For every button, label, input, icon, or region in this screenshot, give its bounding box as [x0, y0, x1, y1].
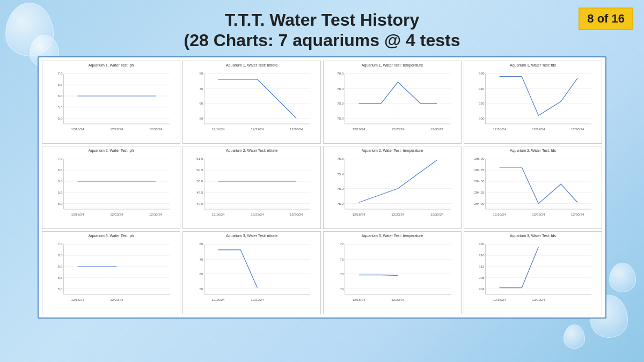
svg-text:304: 304: [479, 286, 485, 290]
svg-text:77: 77: [340, 242, 344, 246]
svg-text:12/23/24: 12/23/24: [391, 298, 405, 301]
chart-svg-aq2-temp: 75.5 75.4 75.3 75.2 12/16/24 12/23/24 12…: [326, 153, 459, 223]
chart-aq3-ph: Aquarium 3, Water Test: ph 7.0 6.5 6.0 5…: [42, 231, 180, 314]
svg-text:12/23/24: 12/23/24: [532, 298, 545, 301]
svg-text:60: 60: [200, 271, 203, 275]
svg-text:12/16/24: 12/16/24: [493, 127, 506, 131]
svg-text:5.5: 5.5: [58, 276, 63, 279]
page-counter: 8 of 16: [579, 8, 633, 30]
chart-svg-aq3-tds: 320 316 312 308 304 12/16/24 12/23/24: [466, 239, 599, 308]
svg-text:6.5: 6.5: [58, 168, 63, 172]
svg-text:12/16/24: 12/16/24: [211, 298, 225, 301]
svg-text:12/30/24: 12/30/24: [149, 127, 163, 131]
svg-text:75.5: 75.5: [337, 157, 344, 160]
chart-aq1-ph: Aquarium 1, Water Test: ph 7.0 6.5 6.0: [42, 61, 180, 144]
svg-text:12/16/24: 12/16/24: [71, 298, 84, 301]
svg-text:12/16/24: 12/16/24: [71, 212, 84, 216]
svg-text:6.5: 6.5: [58, 83, 63, 86]
svg-text:50.0: 50.0: [196, 179, 203, 183]
svg-text:12/23/24: 12/23/24: [110, 127, 123, 131]
svg-text:340: 340: [479, 86, 485, 90]
svg-text:49.5: 49.5: [196, 190, 203, 194]
chart-aq2-temperature: Aquarium 2, Water Test: temperature 75.5…: [323, 146, 462, 229]
chart-aq1-tds: Aquarium 1, Water Test: tds 360 340 320 …: [464, 61, 602, 144]
svg-text:285.00: 285.00: [474, 157, 485, 160]
svg-text:300: 300: [479, 116, 485, 120]
svg-text:12/23/24: 12/23/24: [532, 212, 545, 216]
svg-text:5.0: 5.0: [58, 286, 63, 290]
svg-text:76.5: 76.5: [337, 71, 344, 75]
svg-text:70: 70: [200, 86, 203, 90]
svg-text:12/16/24: 12/16/24: [493, 298, 506, 301]
svg-text:12/16/24: 12/16/24: [71, 127, 84, 131]
droplet-4: [609, 263, 636, 292]
svg-text:12/23/24: 12/23/24: [251, 212, 264, 216]
svg-text:50.5: 50.5: [196, 168, 203, 172]
svg-text:76.0: 76.0: [337, 86, 344, 90]
svg-text:6.0: 6.0: [58, 264, 63, 268]
svg-text:7.0: 7.0: [58, 242, 63, 246]
svg-text:312: 312: [479, 264, 485, 268]
svg-text:12/23/24: 12/23/24: [251, 127, 264, 131]
svg-text:51.0: 51.0: [196, 157, 203, 160]
chart-aq3-temperature: Aquarium 3, Water Test: temperature 77 7…: [323, 231, 462, 314]
chart-svg-aq1-nitrate: 80 70 60 50 12/16/24 12/23/24 12/30/24: [185, 68, 318, 138]
svg-text:12/30/24: 12/30/24: [430, 212, 444, 216]
svg-text:12/30/24: 12/30/24: [571, 127, 584, 131]
svg-text:12/23/24: 12/23/24: [251, 298, 264, 301]
svg-text:75.4: 75.4: [337, 172, 344, 175]
page-title: T.T.T. Water Test History (28 Charts: 7 …: [0, 10, 644, 51]
chart-aq1-nitrate: Aquarium 1, Water Test: nitrate 80 70 60…: [182, 61, 321, 144]
svg-text:75.5: 75.5: [337, 101, 344, 105]
chart-aq3-tds: Aquarium 3, Water Test: tds 320 316 312 …: [464, 231, 602, 314]
chart-svg-aq1-temp: 76.5 76.0 75.5 75.0 12/16/24 12/23/24 12…: [326, 68, 459, 138]
chart-svg-aq3-nitrate: 80 70 60 50 12/16/24 12/23/24: [185, 239, 318, 308]
svg-text:12/16/24: 12/16/24: [211, 127, 225, 131]
charts-container: Aquarium 1, Water Test: ph 7.0 6.5 6.0: [38, 56, 606, 319]
svg-text:284.00: 284.00: [474, 201, 485, 205]
chart-svg-aq2-nitrate: 51.0 50.5 50.0 49.5 49.0 12/16/24 12/23/…: [185, 153, 318, 223]
svg-text:12/30/24: 12/30/24: [290, 127, 303, 131]
chart-svg-aq2-ph: 7.0 6.5 6.0 5.5 5.0 12/16/24 12/23/24 12…: [45, 153, 178, 223]
chart-svg-aq2-tds: 285.00 284.75 284.50 284.25 284.00 12/16…: [466, 153, 599, 223]
chart-aq2-ph: Aquarium 2, Water Test: ph 7.0 6.5 6.0 5…: [42, 146, 180, 229]
svg-text:76: 76: [340, 257, 344, 261]
svg-text:12/30/24: 12/30/24: [571, 212, 584, 216]
svg-text:12/16/24: 12/16/24: [352, 127, 365, 131]
chart-aq2-tds: Aquarium 2, Water Test: tds 285.00 284.7…: [464, 146, 602, 229]
svg-text:49.0: 49.0: [196, 201, 203, 205]
droplet-5: [564, 324, 585, 349]
svg-text:6.5: 6.5: [58, 253, 63, 257]
chart-aq2-nitrate: Aquarium 2, Water Test: nitrate 51.0 50.…: [182, 146, 321, 229]
svg-text:12/23/24: 12/23/24: [391, 127, 405, 131]
svg-text:75.2: 75.2: [337, 201, 344, 205]
svg-text:70: 70: [200, 257, 203, 261]
charts-grid: Aquarium 1, Water Test: ph 7.0 6.5 6.0: [42, 61, 602, 314]
svg-text:74: 74: [340, 286, 344, 290]
svg-text:80: 80: [200, 242, 203, 246]
svg-text:12/30/24: 12/30/24: [430, 127, 444, 131]
svg-text:320: 320: [479, 101, 485, 105]
svg-text:75.0: 75.0: [337, 116, 344, 120]
svg-text:12/16/24: 12/16/24: [352, 298, 365, 301]
title-area: T.T.T. Water Test History (28 Charts: 7 …: [0, 0, 644, 56]
svg-text:75.3: 75.3: [337, 186, 344, 190]
chart-svg-aq1-tds: 360 340 320 300 12/16/24 12/23/24 12/30/…: [466, 68, 599, 138]
svg-text:75: 75: [340, 271, 344, 275]
svg-text:284.50: 284.50: [474, 179, 485, 183]
svg-text:12/30/24: 12/30/24: [149, 212, 163, 216]
svg-text:7.0: 7.0: [58, 71, 63, 75]
svg-text:50: 50: [200, 116, 203, 120]
svg-text:12/16/24: 12/16/24: [493, 212, 506, 216]
chart-aq1-temperature: Aquarium 1, Water Test: temperature 76.5…: [323, 61, 462, 144]
svg-text:12/23/24: 12/23/24: [391, 212, 405, 216]
svg-text:12/23/24: 12/23/24: [110, 212, 123, 216]
svg-text:284.25: 284.25: [474, 190, 485, 194]
svg-text:308: 308: [479, 276, 485, 279]
chart-svg-aq3-ph: 7.0 6.5 6.0 5.5 5.0 12/16/24 12/23/24: [45, 239, 178, 308]
svg-text:6.0: 6.0: [58, 94, 63, 98]
chart-aq3-nitrate: Aquarium 3, Water Test: nitrate 80 70 60…: [182, 231, 321, 314]
svg-text:360: 360: [479, 71, 485, 75]
svg-text:5.5: 5.5: [58, 105, 63, 109]
svg-text:12/23/24: 12/23/24: [532, 127, 545, 131]
